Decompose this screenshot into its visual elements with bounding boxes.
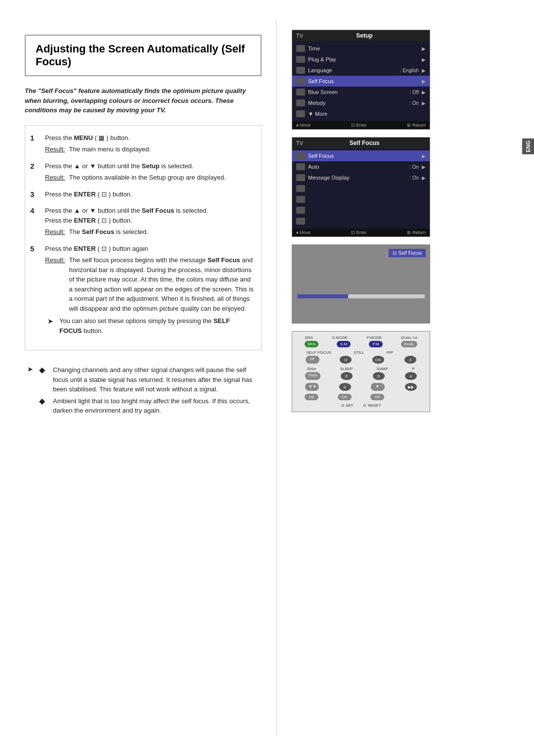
remote-btn-ffd[interactable]: ▶▶ xyxy=(405,383,417,391)
menu2-icon-empty3 xyxy=(296,207,305,214)
remote-btn-play[interactable]: ⊙ xyxy=(339,383,351,391)
remote-btn-down[interactable]: ∨ xyxy=(405,372,417,380)
remote-btn-pip-on[interactable]: ON xyxy=(372,356,384,364)
tv-menu-setup: TV Setup Time ▶ Plug & Play ▶ Language xyxy=(292,30,430,130)
self-focus-badge: ⊡ Self Focus xyxy=(389,249,426,257)
result-text-5: The self focus process begins with the m… xyxy=(69,255,254,313)
note-arrow-icon-1: ➤ xyxy=(27,365,35,373)
remote-row3-labels: DNIe SLEEP SWAP P xyxy=(296,367,426,371)
menu2-tv-label: TV xyxy=(296,140,303,146)
menu2-arrow-selffocus: ▶ xyxy=(422,153,426,159)
step-content-4: Press the ▲ or ▼ button until the Self F… xyxy=(45,206,254,237)
remote-btn-swap[interactable]: ⊙ xyxy=(373,372,385,380)
menu1-item-selffocus: Self Focus ▶ xyxy=(292,76,430,87)
menu1-tv-label: TV xyxy=(296,33,303,39)
menu2-icon-empty2 xyxy=(296,196,305,203)
menu1-items: Time ▶ Plug & Play ▶ Language : English … xyxy=(292,41,430,121)
menu2-icon-msgdisplay xyxy=(296,174,305,181)
remote-btn-smode[interactable]: S.M xyxy=(337,341,351,347)
menu1-value-bluescreen: : Off xyxy=(409,90,419,95)
menu2-label-auto: Auto xyxy=(308,164,406,170)
remote-label-swap: SWAP xyxy=(377,367,388,371)
menu1-value-melody: : On xyxy=(409,100,419,106)
menu1-item-melody: Melody : On ▶ xyxy=(292,97,430,108)
remote-btn-ok3[interactable]: OK xyxy=(370,394,384,400)
self-focus-bar xyxy=(297,294,425,298)
menu1-label-melody: Melody xyxy=(308,100,406,106)
menu2-icon-empty1 xyxy=(296,185,305,192)
remote-btn-ffw[interactable]: ► xyxy=(371,383,385,391)
menu1-icon-time xyxy=(296,45,305,52)
step-number-4: 4 xyxy=(30,206,40,237)
menu1-arrow-selffocus: ▶ xyxy=(422,79,426,84)
remote-label-pmode: P.MODE xyxy=(367,335,382,340)
remote-label-smode: S.MODE xyxy=(332,335,348,340)
remote-btn-srs[interactable]: SRS xyxy=(305,341,318,347)
menu2-arrow-auto: ▶ xyxy=(422,164,426,170)
remote-row5-btns: OK OK OK xyxy=(296,394,426,400)
result-text-2: The options available in the Setup group… xyxy=(69,173,225,183)
step-5-note-text: You can also set these options simply by… xyxy=(59,316,254,335)
menu1-item-language: Language : English ▶ xyxy=(292,65,430,76)
menu1-arrow-language: ▶ xyxy=(422,68,426,73)
remote-btn-selffocus[interactable]: SF xyxy=(306,356,319,364)
menu1-icon-plug xyxy=(296,56,305,63)
arrow-icon: ➤ xyxy=(47,316,55,335)
step-number-2: 2 xyxy=(30,161,40,183)
step-number-1: 1 xyxy=(30,133,40,154)
step-3: 3 Press the ENTER ( ⊡ ) button. xyxy=(30,189,254,199)
result-label-2: Result: xyxy=(45,173,65,183)
menu2-item-empty1 xyxy=(292,183,430,194)
menu1-header: TV Setup xyxy=(292,30,430,41)
step-number-3: 3 xyxy=(30,189,40,199)
step-number-5: 5 xyxy=(30,244,40,336)
remote-btn-blank xyxy=(403,394,417,400)
remote-label-srs: SRS xyxy=(305,335,312,340)
remote-btn-dual[interactable]: DUAL xyxy=(401,341,417,347)
menu2-title: Self Focus xyxy=(350,140,380,146)
remote-btn-ok2[interactable]: OK xyxy=(338,394,352,400)
menu1-item-time: Time ▶ xyxy=(292,43,430,54)
menu2-items: Self Focus ▶ Auto : On ▶ Message Display… xyxy=(292,148,430,229)
result-text-4: The Self Focus is selected. xyxy=(69,227,148,237)
remote-btn-rew[interactable]: ◄◄ xyxy=(305,383,319,391)
remote-label-sleep: SLEEP xyxy=(340,367,353,371)
remote-btn-sleep[interactable]: ⊙ xyxy=(341,372,353,380)
remote-btn-ok1[interactable]: OK xyxy=(305,394,318,400)
menu1-footer-return: ⊞ Return xyxy=(407,123,426,128)
menu1-label-selffocus: Self Focus xyxy=(308,78,419,84)
note-bullet-1: ◆ Changing channels and any other signal… xyxy=(39,365,257,394)
step-content-5: Press the ENTER ( ⊡ ) button again Resul… xyxy=(45,244,254,336)
menu1-icon-more xyxy=(296,110,305,117)
remote-row2-btns: SF ⊙ ON ∧ xyxy=(296,356,426,364)
menu1-icon-language xyxy=(296,67,305,74)
remote-btn-pmode[interactable]: P.M xyxy=(369,341,383,347)
self-focus-screen: ⊡ Self Focus xyxy=(292,244,430,324)
remote-label-dnie: DNIe xyxy=(307,367,316,371)
remote-btn-dnie[interactable]: DNIe xyxy=(305,372,320,380)
remote-control: SRS S.MODE P.MODE DUAL I-II SRS S.M P.M … xyxy=(292,331,430,412)
result-label-5: Result: xyxy=(45,255,65,313)
menu2-icon-selffocus xyxy=(296,152,305,159)
remote-btn-up[interactable]: ∧ xyxy=(404,356,416,364)
note-item-1: ➤ ◆ Changing channels and any other sign… xyxy=(27,365,257,416)
remote-label-pip: PIP xyxy=(387,350,393,355)
tv-menu-selffocus: TV Self Focus Self Focus ▶ Auto : On ▶ xyxy=(292,137,430,237)
menu2-header: TV Self Focus xyxy=(292,138,430,148)
page-title: Adjusting the Screen Automatically (Self… xyxy=(36,43,251,68)
menu2-item-auto: Auto : On ▶ xyxy=(292,161,430,172)
step-content-2: Press the ▲ or ▼ button until the Setup … xyxy=(45,161,254,183)
menu2-arrow-msgdisplay: ▶ xyxy=(422,175,426,181)
remote-reset-label: ⊙ RESET xyxy=(363,403,381,408)
remote-row-labels: SRS S.MODE P.MODE DUAL I-II xyxy=(296,335,426,340)
step-content-3: Press the ENTER ( ⊡ ) button. xyxy=(45,189,254,199)
menu1-icon-melody xyxy=(296,99,305,106)
menu1-footer: ♦ Move ⊡ Enter ⊞ Return xyxy=(292,121,430,129)
remote-set-label: ⊙ SET xyxy=(341,403,354,408)
menu1-label-more: ▼ More xyxy=(308,111,426,117)
remote-btn-still[interactable]: ⊙ xyxy=(340,356,352,364)
steps-container: 1 Press the MENU ( ▦ ) button. Result: T… xyxy=(25,125,262,351)
menu1-item-plug: Plug & Play ▶ xyxy=(292,54,430,65)
result-text-1: The main menu is displayed. xyxy=(69,144,150,154)
menu2-item-selffocus: Self Focus ▶ xyxy=(292,150,430,161)
